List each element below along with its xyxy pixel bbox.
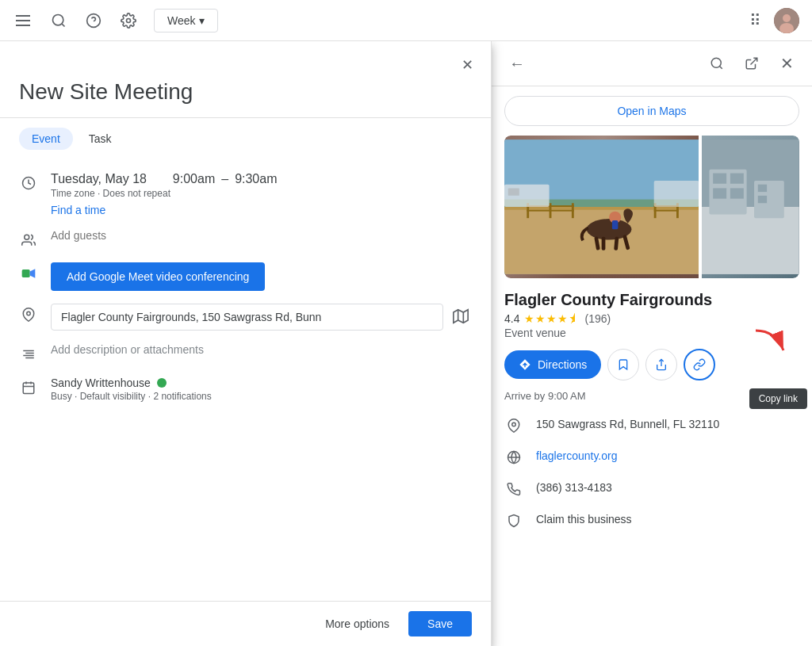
location-icon	[19, 305, 38, 324]
datetime-display: Tuesday, May 18 9:00am – 9:30am	[51, 172, 472, 186]
star-1: ★	[524, 312, 534, 325]
guests-row	[19, 223, 472, 256]
shield-icon	[504, 514, 523, 532]
phone-row: (386) 313-4183	[504, 475, 799, 506]
share-place-button[interactable]	[645, 349, 677, 380]
description-placeholder[interactable]: Add description or attachments	[51, 343, 472, 356]
place-image-side	[702, 136, 799, 278]
more-options-button[interactable]: More options	[316, 611, 399, 636]
meet-row: Add Google Meet video conferencing	[19, 256, 472, 297]
svg-rect-59	[758, 196, 767, 203]
save-place-button[interactable]	[607, 349, 639, 380]
svg-rect-30	[504, 207, 699, 210]
place-rating: 4.4 ★ ★ ★ ★ ⯨ (196)	[504, 312, 799, 325]
svg-rect-58	[758, 185, 767, 192]
svg-rect-46	[654, 210, 679, 212]
map-view-button[interactable]	[450, 305, 472, 330]
find-time-link[interactable]: Find a time	[51, 204, 472, 216]
svg-rect-54	[730, 174, 744, 184]
calendar-content: Sandy Writtenhouse Busy · Default visibi…	[51, 377, 472, 402]
phone-icon	[504, 482, 523, 500]
top-bar-left: Week ▾	[13, 9, 218, 32]
rating-number: 4.4	[504, 312, 519, 325]
back-button[interactable]: ←	[501, 48, 533, 79]
address-text: 150 Sawgrass Rd, Bunnell, FL 32110	[536, 418, 719, 430]
event-footer: More options Save	[0, 601, 491, 646]
website-icon	[504, 450, 523, 468]
external-link-button[interactable]	[736, 48, 768, 79]
website-row: flaglercounty.org	[504, 443, 799, 475]
open-in-maps-button[interactable]: Open in Maps	[504, 96, 799, 126]
svg-rect-51	[702, 207, 799, 274]
calendar-icon	[19, 378, 38, 397]
week-button[interactable]: Week ▾	[154, 9, 218, 32]
svg-rect-49	[654, 181, 699, 207]
svg-rect-44	[527, 210, 573, 212]
apps-icon[interactable]: ⠿	[749, 11, 761, 30]
description-row: Add description or attachments	[19, 337, 472, 370]
dialog-header: ✕	[0, 41, 491, 79]
location-content	[51, 304, 472, 331]
add-guests-input[interactable]	[51, 229, 472, 242]
calendar-owner-display: Sandy Writtenhouse	[51, 377, 472, 389]
svg-rect-48	[508, 188, 519, 195]
maps-search-button[interactable]	[701, 48, 733, 79]
top-bar-right: ⠿	[749, 8, 799, 33]
website-link[interactable]: flaglercounty.org	[536, 449, 617, 462]
svg-line-25	[719, 66, 722, 68]
address-icon	[504, 419, 523, 437]
star-5-half: ⯨	[569, 312, 580, 325]
claim-text[interactable]: Claim this business	[536, 513, 632, 526]
guests-icon	[19, 231, 38, 250]
meet-icon	[19, 264, 38, 283]
svg-point-4	[127, 18, 131, 22]
svg-line-1	[62, 23, 65, 26]
maps-header: ← ✕	[492, 41, 812, 86]
place-actions: Directions	[504, 349, 799, 380]
arrow-indicator	[752, 327, 791, 358]
claim-row: Claim this business	[504, 506, 799, 538]
event-title: New Site Meeting	[0, 79, 491, 118]
event-tabs: Event Task	[0, 118, 491, 159]
guests-content	[51, 229, 472, 242]
menu-icon[interactable]	[13, 12, 33, 29]
star-2: ★	[535, 312, 546, 325]
star-3: ★	[546, 312, 557, 325]
tab-task[interactable]: Task	[76, 128, 124, 150]
maps-close-button[interactable]: ✕	[771, 48, 802, 79]
address-row: 150 Sawgrass Rd, Bunnell, FL 32110	[504, 411, 799, 443]
svg-rect-53	[713, 174, 726, 184]
phone-text: (386) 313-4183	[536, 481, 612, 494]
search-icon[interactable]	[49, 11, 68, 30]
settings-icon[interactable]	[119, 11, 138, 30]
description-content: Add description or attachments	[51, 343, 472, 356]
save-button[interactable]: Save	[408, 611, 472, 636]
location-input[interactable]	[51, 304, 443, 331]
status-dot	[157, 378, 167, 388]
close-button[interactable]: ✕	[453, 51, 481, 79]
copy-link-button[interactable]	[684, 349, 715, 380]
svg-rect-20	[23, 383, 34, 394]
add-meet-button[interactable]: Add Google Meet video conferencing	[51, 262, 265, 291]
location-row	[19, 297, 472, 337]
calendar-row: Sandy Writtenhouse Busy · Default visibi…	[19, 370, 472, 408]
svg-rect-10	[22, 269, 30, 277]
meet-content: Add Google Meet video conferencing	[51, 262, 472, 291]
svg-marker-11	[30, 269, 36, 278]
stars: ★ ★ ★ ★ ⯨	[524, 312, 580, 325]
directions-button[interactable]: Directions	[504, 350, 601, 379]
tab-event[interactable]: Event	[19, 128, 73, 150]
maps-panel: ← ✕ Open in Maps	[492, 41, 812, 646]
svg-marker-13	[454, 309, 468, 323]
timezone-text: Time zone · Does not repeat	[51, 188, 472, 199]
star-4: ★	[557, 312, 568, 325]
event-body: Tuesday, May 18 9:00am – 9:30am Time zon…	[0, 159, 491, 601]
place-image-main	[504, 136, 699, 278]
svg-rect-55	[713, 188, 726, 198]
place-info: Flagler County Fairgrounds 4.4 ★ ★ ★ ★ ⯨…	[492, 278, 812, 551]
avatar[interactable]	[774, 8, 799, 33]
help-icon[interactable]	[84, 11, 103, 30]
svg-point-0	[53, 14, 63, 25]
svg-point-12	[27, 312, 31, 315]
maps-actions: ✕	[701, 48, 802, 79]
